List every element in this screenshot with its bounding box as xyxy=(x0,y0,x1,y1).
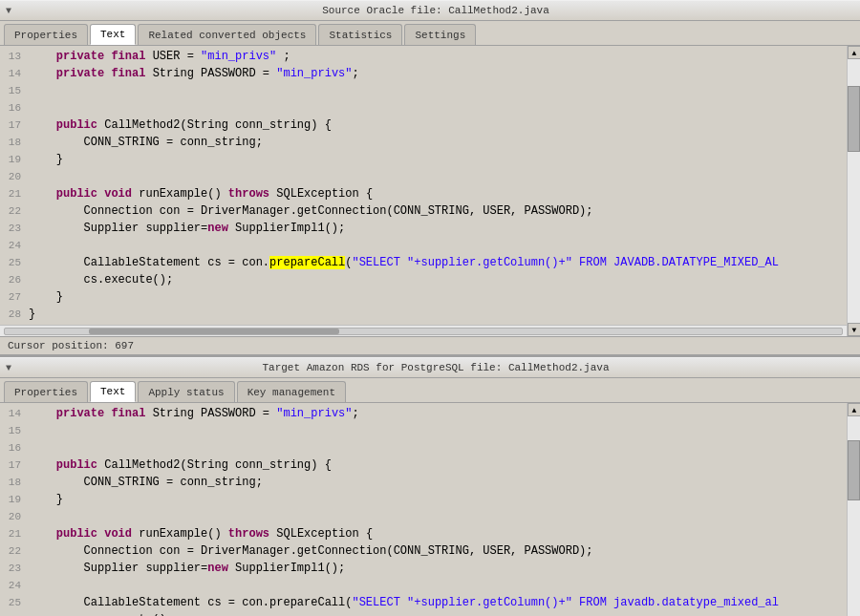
table-row: 23 Supplier supplier=new SupplierImpl1()… xyxy=(0,560,847,577)
bottom-v-scroll-track[interactable] xyxy=(848,416,860,616)
bottom-collapse-arrow[interactable]: ▼ xyxy=(6,363,11,373)
top-panel-header: ▼ Source Oracle file: CallMethod2.java xyxy=(0,0,860,21)
tab-top-settings[interactable]: Settings xyxy=(404,24,476,45)
bottom-panel: ▼ Target Amazon RDS for PostgreSQL file:… xyxy=(0,357,860,616)
table-row: 15 xyxy=(0,422,847,439)
tab-bottom-text[interactable]: Text xyxy=(90,381,136,402)
table-row: 23 Supplier supplier=new SupplierImpl1()… xyxy=(0,220,847,237)
top-code-main: 13 private final USER = "min_privs" ; 14… xyxy=(0,46,847,336)
tab-bottom-properties[interactable]: Properties xyxy=(4,381,88,402)
top-v-scroll-down[interactable]: ▼ xyxy=(848,323,860,336)
cursor-position: Cursor position: 697 xyxy=(8,340,134,351)
top-h-scroll-thumb[interactable] xyxy=(89,329,340,334)
table-row: 16 xyxy=(0,99,847,117)
top-vertical-scrollbar[interactable]: ▲ ▼ xyxy=(847,46,860,336)
table-row: 24 xyxy=(0,237,847,254)
bottom-panel-header: ▼ Target Amazon RDS for PostgreSQL file:… xyxy=(0,357,860,378)
tab-bottom-apply-status[interactable]: Apply status xyxy=(138,381,234,402)
top-collapse-arrow[interactable]: ▼ xyxy=(6,6,11,16)
table-row: 18 CONN_STRING = conn_string; xyxy=(0,134,847,151)
top-code-area: 13 private final USER = "min_privs" ; 14… xyxy=(0,46,860,336)
table-row: 18 CONN_STRING = conn_string; xyxy=(0,474,847,491)
tab-top-text[interactable]: Text xyxy=(90,24,136,45)
bottom-code-area: 14 private final String PASSWORD = "min_… xyxy=(0,403,860,616)
top-status-bar: Cursor position: 697 xyxy=(0,336,860,355)
table-row: 20 xyxy=(0,168,847,185)
table-row: 14 private final String PASSWORD = "min_… xyxy=(0,405,847,422)
bottom-v-scroll-up[interactable]: ▲ xyxy=(848,403,860,416)
top-horizontal-scrollbar[interactable] xyxy=(0,325,847,336)
tab-top-related[interactable]: Related converted objects xyxy=(138,24,316,45)
top-tabs-bar: Properties Text Related converted object… xyxy=(0,21,860,46)
table-row: 20 xyxy=(0,508,847,525)
table-row: 21 public void runExample() throws SQLEx… xyxy=(0,525,847,542)
top-h-scroll-track[interactable] xyxy=(4,328,843,335)
table-row: 15 xyxy=(0,82,847,99)
table-row: 17 public CallMethod2(String conn_string… xyxy=(0,117,847,134)
bottom-code-main: 14 private final String PASSWORD = "min_… xyxy=(0,403,847,616)
table-row: 28 } xyxy=(0,306,847,323)
table-row: 13 private final USER = "min_privs" ; xyxy=(0,48,847,65)
top-code-content[interactable]: 13 private final USER = "min_privs" ; 14… xyxy=(0,46,847,325)
bottom-code-content[interactable]: 14 private final String PASSWORD = "min_… xyxy=(0,403,847,616)
table-row: 19 } xyxy=(0,151,847,168)
table-row: 19 } xyxy=(0,491,847,508)
table-row: 22 Connection con = DriverManager.getCon… xyxy=(0,542,847,560)
top-v-scroll-thumb[interactable] xyxy=(848,86,860,152)
tab-bottom-key-management[interactable]: Key management xyxy=(237,381,346,402)
table-row: 24 xyxy=(0,577,847,594)
table-row: 21 public void runExample() throws SQLEx… xyxy=(0,185,847,202)
tab-top-properties[interactable]: Properties xyxy=(4,24,88,45)
top-panel-title: Source Oracle file: CallMethod2.java xyxy=(17,5,854,16)
top-v-scroll-up[interactable]: ▲ xyxy=(848,46,860,59)
table-row: 16 xyxy=(0,439,847,457)
table-row: 27 } xyxy=(0,288,847,306)
bottom-panel-title: Target Amazon RDS for PostgreSQL file: C… xyxy=(17,362,854,373)
table-row: 22 Connection con = DriverManager.getCon… xyxy=(0,202,847,220)
table-row: 26 cs.execute(); xyxy=(0,271,847,288)
top-panel: ▼ Source Oracle file: CallMethod2.java P… xyxy=(0,0,860,357)
table-row: 26 cs.execute(); xyxy=(0,611,847,616)
bottom-tabs-bar: Properties Text Apply status Key managem… xyxy=(0,378,860,403)
bottom-vertical-scrollbar[interactable]: ▲ ▼ xyxy=(847,403,860,616)
tab-top-statistics[interactable]: Statistics xyxy=(318,24,402,45)
bottom-v-scroll-thumb[interactable] xyxy=(848,440,860,500)
table-row: 17 public CallMethod2(String conn_string… xyxy=(0,457,847,474)
table-row: 25 CallableStatement cs = con.prepareCal… xyxy=(0,594,847,611)
table-row: 14 private final String PASSWORD = "min_… xyxy=(0,65,847,82)
top-v-scroll-track[interactable] xyxy=(848,59,860,323)
table-row: 25 CallableStatement cs = con.prepareCal… xyxy=(0,254,847,271)
